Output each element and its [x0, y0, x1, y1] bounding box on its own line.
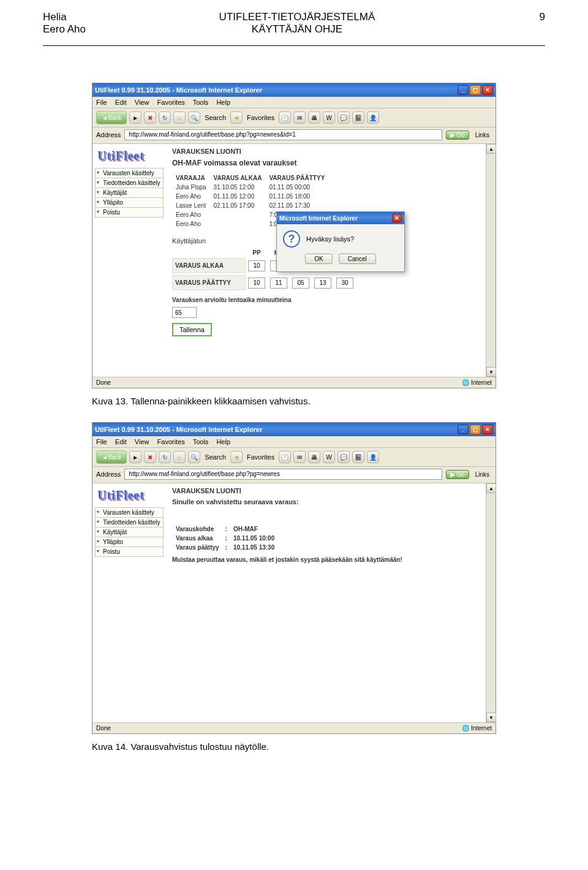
messenger-icon[interactable]: 👤: [367, 451, 379, 463]
status-bar: Done 🌐 Internet: [92, 722, 496, 733]
menu-file[interactable]: File: [96, 99, 107, 106]
go-button[interactable]: ▶ Go: [446, 130, 469, 140]
home-button[interactable]: ⌂: [173, 112, 186, 124]
home-button[interactable]: ⌂: [173, 451, 186, 463]
dialog-title: Microsoft Internet Explorer: [279, 215, 358, 222]
close-button[interactable]: ✕: [482, 425, 493, 434]
browser-window-2: UtiFleet 0.99 31.10.2005 - Microsoft Int…: [92, 422, 496, 734]
research-icon[interactable]: 📓: [352, 112, 364, 124]
confirmation-subtitle: Sinulle on vahvistettu seuraava varaus:: [172, 498, 489, 505]
address-input[interactable]: http://www.maf-finland.org/utifleet/base…: [124, 469, 442, 480]
window-controls: _ ▢ ✕: [458, 85, 493, 95]
stop-button[interactable]: ✖: [144, 451, 156, 463]
links-label[interactable]: Links: [475, 132, 489, 138]
dialog-close-button[interactable]: ✕: [392, 214, 402, 222]
nav-yllapito[interactable]: Ylläpito: [95, 537, 164, 547]
sidebar-nav: Varausten käsittely Tiedotteiden käsitte…: [95, 168, 164, 218]
favorites-icon[interactable]: ★: [230, 112, 243, 124]
search-icon[interactable]: 🔍: [188, 451, 200, 463]
maximize-button[interactable]: ▢: [470, 85, 481, 95]
menu-tools[interactable]: Tools: [193, 438, 209, 445]
end-hh[interactable]: [314, 278, 331, 289]
header-author: Eero Aho: [43, 23, 86, 36]
maximize-button[interactable]: ▢: [470, 425, 481, 434]
save-button[interactable]: Tallenna: [172, 323, 212, 336]
header-left: Helia Eero Aho: [43, 11, 86, 36]
menu-favorites[interactable]: Favorites: [157, 99, 185, 106]
discuss-icon[interactable]: 💬: [337, 451, 350, 463]
confirmation-note: Muistaa peruuttaa varaus, mikäli et jost…: [172, 556, 405, 563]
menu-help[interactable]: Help: [216, 438, 230, 445]
nav-poistu[interactable]: Poistu: [95, 547, 164, 557]
end-pp[interactable]: [248, 278, 265, 289]
close-button[interactable]: ✕: [482, 85, 493, 95]
nav-varausten[interactable]: Varausten käsittely: [95, 168, 164, 178]
print-icon[interactable]: 🖶: [308, 451, 320, 463]
caption-13: Kuva 13. Tallenna-painikkeen klikkaamise…: [92, 396, 588, 406]
estimate-label: Varauksen arvioitu lentoaika minuutteina: [172, 297, 489, 303]
refresh-button[interactable]: ↻: [159, 112, 171, 124]
research-icon[interactable]: 📓: [352, 451, 364, 463]
links-label[interactable]: Links: [475, 471, 489, 478]
scrollbar[interactable]: ▲ ▼: [486, 483, 496, 722]
nav-yllapito[interactable]: Ylläpito: [95, 198, 164, 208]
favorites-icon[interactable]: ★: [230, 451, 243, 463]
menu-file[interactable]: File: [96, 438, 107, 445]
scroll-down-icon[interactable]: ▼: [486, 367, 496, 377]
nav-tiedotteiden[interactable]: Tiedotteiden käsittely: [95, 518, 164, 528]
scroll-up-icon[interactable]: ▲: [486, 483, 496, 493]
browser-window-1: UtiFleet 0.99 31.10.2005 - Microsoft Int…: [92, 83, 496, 388]
main-area-2: VARAUKSEN LUONTI Sinulle on vahvistettu …: [166, 483, 496, 722]
nav-kayttajat[interactable]: Käyttäjät: [95, 188, 164, 198]
end-mm[interactable]: [336, 278, 353, 289]
back-button[interactable]: ◄ Back: [96, 450, 127, 464]
forward-button[interactable]: ►: [129, 451, 141, 463]
end-vv[interactable]: [292, 278, 309, 289]
scroll-down-icon[interactable]: ▼: [486, 713, 496, 722]
edit-icon[interactable]: W: [323, 112, 335, 124]
scroll-up-icon[interactable]: ▲: [486, 144, 496, 154]
dialog-ok-button[interactable]: OK: [305, 254, 332, 264]
menu-edit[interactable]: Edit: [115, 99, 127, 106]
window-titlebar: UtiFleet 0.99 31.10.2005 - Microsoft Int…: [92, 83, 496, 97]
go-button[interactable]: ▶ Go: [446, 470, 469, 479]
minimize-button[interactable]: _: [458, 425, 469, 434]
menu-edit[interactable]: Edit: [115, 438, 127, 445]
address-input[interactable]: http://www.maf-finland.org/utifleet/base…: [124, 129, 442, 140]
toolbar: ◄ Back ► ✖ ↻ ⌂ 🔍 Search ★ Favorites 🕘 ✉ …: [92, 448, 496, 467]
dialog-cancel-button[interactable]: Cancel: [339, 254, 376, 264]
scrollbar[interactable]: ▲ ▼: [486, 144, 496, 377]
refresh-button[interactable]: ↻: [159, 451, 171, 463]
sidebar: UtiFleet Varausten käsittely Tiedotteide…: [92, 144, 166, 377]
messenger-icon[interactable]: 👤: [367, 112, 379, 124]
menu-view[interactable]: View: [135, 438, 149, 445]
back-button[interactable]: ◄ Back: [96, 111, 127, 124]
minimize-button[interactable]: _: [458, 85, 469, 95]
mail-icon[interactable]: ✉: [293, 112, 306, 124]
history-icon[interactable]: 🕘: [279, 451, 291, 463]
menu-favorites[interactable]: Favorites: [157, 438, 185, 445]
menu-tools[interactable]: Tools: [193, 99, 209, 106]
menu-help[interactable]: Help: [216, 99, 230, 106]
favorites-label: Favorites: [247, 453, 274, 461]
estimate-input[interactable]: [172, 307, 197, 318]
edit-icon[interactable]: W: [323, 451, 335, 463]
print-icon[interactable]: 🖶: [308, 112, 320, 124]
nav-varausten[interactable]: Varausten käsittely: [95, 507, 164, 518]
nav-poistu[interactable]: Poistu: [95, 208, 164, 218]
app-logo: UtiFleet: [95, 486, 164, 507]
start-pp[interactable]: [248, 260, 265, 271]
menu-view[interactable]: View: [135, 99, 149, 106]
dialog-body: ? Hyväksy lisäys?: [277, 224, 404, 254]
end-kk[interactable]: [270, 278, 287, 289]
search-icon[interactable]: 🔍: [188, 112, 200, 124]
address-bar: Address http://www.maf-finland.org/utifl…: [92, 127, 496, 144]
mail-icon[interactable]: ✉: [293, 451, 306, 463]
history-icon[interactable]: 🕘: [279, 112, 291, 124]
nav-kayttajat[interactable]: Käyttäjät: [95, 528, 164, 537]
discuss-icon[interactable]: 💬: [337, 112, 350, 124]
nav-tiedotteiden[interactable]: Tiedotteiden käsittely: [95, 178, 164, 188]
figure-14: UtiFleet 0.99 31.10.2005 - Microsoft Int…: [92, 422, 514, 734]
forward-button[interactable]: ►: [129, 112, 141, 124]
stop-button[interactable]: ✖: [144, 112, 156, 124]
